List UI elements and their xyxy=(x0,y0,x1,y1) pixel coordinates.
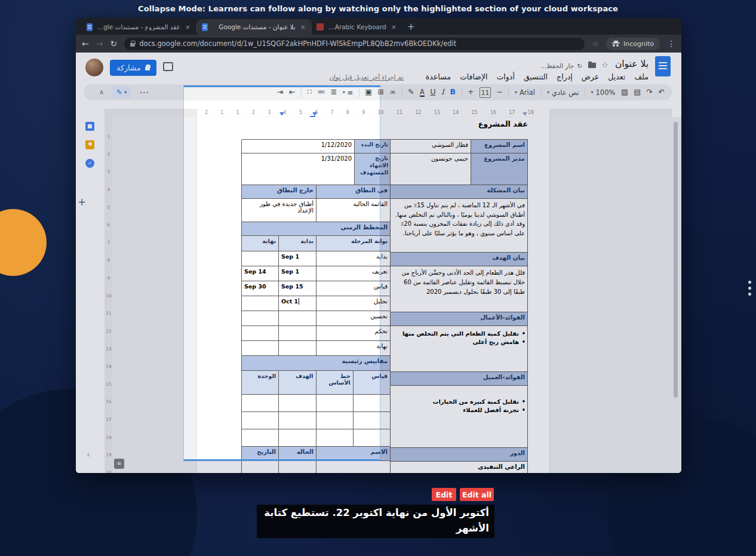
timeline-start-cell[interactable] xyxy=(278,341,316,356)
add-comment-icon[interactable]: ⊞ xyxy=(378,88,384,96)
url-omnibox[interactable]: docs.google.com/document/d/1w_U1SQGF2akH… xyxy=(124,38,585,50)
align-select[interactable]: ≡ ▾ xyxy=(343,88,354,97)
cell-stage-gate-header[interactable]: بوابة المرحلة xyxy=(316,236,390,251)
font-select[interactable]: Arial ▾ xyxy=(515,88,535,97)
edit-button[interactable]: Edit xyxy=(432,488,456,501)
drag-handle-dots[interactable] xyxy=(748,281,752,299)
numbered-list-icon[interactable]: ≔ xyxy=(318,88,325,96)
redo-icon[interactable]: ↷ xyxy=(647,88,653,96)
empty-role-cell[interactable] xyxy=(316,461,390,473)
cell-start-date-value[interactable]: 1/12/2020 xyxy=(241,140,354,153)
empty-metric-cell[interactable] xyxy=(278,429,315,447)
menu-file[interactable]: ملف xyxy=(634,72,649,81)
empty-metric-cell[interactable] xyxy=(316,412,353,429)
highlight-color-icon[interactable]: ✎ xyxy=(408,88,414,96)
cell-goal-text[interactable]: قلل هدر الطعام إلى الحد الأدنى وحسِّن ال… xyxy=(390,266,527,312)
bold-icon[interactable]: B xyxy=(450,88,456,96)
menu-format[interactable]: التنسيق xyxy=(524,72,548,81)
italic-icon[interactable]: I xyxy=(441,88,444,96)
share-button[interactable]: مشاركة xyxy=(110,60,156,76)
right-indent-marker[interactable] xyxy=(523,112,527,116)
timeline-end-cell[interactable] xyxy=(241,326,278,341)
reload-icon[interactable]: ↻ xyxy=(110,39,117,48)
menu-tools[interactable]: أدوات xyxy=(497,72,515,81)
timeline-start-cell-with-cursor[interactable]: Oct 1 xyxy=(278,296,316,311)
zoom-select[interactable]: 100% ▾ xyxy=(591,88,616,97)
timeline-end-cell[interactable]: Sep 30 xyxy=(241,281,278,296)
move-to-folder-icon[interactable] xyxy=(588,63,596,68)
open-comments-icon[interactable] xyxy=(163,62,173,71)
cell-timeline-header[interactable]: المخطط الزمني xyxy=(241,222,390,236)
google-docs-logo[interactable] xyxy=(655,56,671,76)
timeline-start-cell[interactable] xyxy=(278,311,316,326)
cell-status-col-header[interactable]: الحالة xyxy=(278,447,316,461)
line-spacing-icon[interactable]: ≣ xyxy=(331,88,337,96)
empty-role-cell[interactable] xyxy=(241,461,278,473)
paragraph-style-select[interactable]: نص عادي ▾ xyxy=(547,88,579,97)
empty-role-cell[interactable] xyxy=(278,461,316,473)
decrease-indent-icon[interactable]: ⇤ xyxy=(289,88,295,96)
cell-out-scope-header[interactable]: خارج النطاق xyxy=(241,185,316,199)
metrics-col-header[interactable]: قياس xyxy=(353,371,390,395)
metrics-col-header[interactable]: الهدف xyxy=(278,371,315,395)
tab-close-icon[interactable]: × xyxy=(184,23,192,31)
forward-icon[interactable]: → xyxy=(96,39,103,48)
timeline-stage-cell[interactable]: قياس xyxy=(316,281,390,296)
underline-icon[interactable]: U xyxy=(430,88,435,96)
collapse-panel-icon[interactable]: ‹ xyxy=(87,449,90,460)
cell-end-col-header[interactable]: نهاية xyxy=(241,236,278,251)
cell-end-date-label[interactable]: تاريخ الانتهاء المستهدف xyxy=(354,153,390,185)
star-document-icon[interactable]: ☆ xyxy=(601,60,609,69)
insert-image-icon[interactable]: ▣ xyxy=(365,88,372,96)
cell-benefits-customer[interactable]: تقليل كمية كبيرة من الخياراتتجربة أفضل ل… xyxy=(390,386,527,448)
cell-executive-sponsor[interactable]: الراعي التنفيذي xyxy=(390,462,527,473)
cell-benefits-customer-header[interactable]: الفوائد-العميل xyxy=(390,372,527,386)
timeline-end-cell[interactable] xyxy=(241,296,278,311)
cell-problem-text[interactable]: في الأشهر الـ 12 الماضية ، لم يتم تناول … xyxy=(390,199,527,253)
cell-in-scope-value[interactable]: القائمة الحالية xyxy=(316,199,390,222)
cell-project-name-label[interactable]: اسم المشروع xyxy=(471,140,527,153)
indent-marker[interactable] xyxy=(279,112,284,116)
empty-metric-cell[interactable] xyxy=(353,395,390,412)
menu-view[interactable]: عرض xyxy=(582,72,599,81)
keep-icon[interactable] xyxy=(85,140,94,149)
empty-metric-cell[interactable] xyxy=(316,429,353,447)
cell-start-date-label[interactable]: تاريخ البدء xyxy=(354,140,390,153)
browser-tab-arabic-keyboard[interactable]: Arabic Keyboard ™ العربية × xyxy=(312,19,402,35)
editing-mode-button[interactable]: ✎ ▾ xyxy=(112,86,131,99)
cell-end-date-value[interactable]: 1/31/2020 xyxy=(241,153,354,185)
insert-link-icon[interactable]: ∞ xyxy=(390,88,396,96)
cell-out-scope-value[interactable]: أطباق جديدة في طور الإعداد xyxy=(241,199,316,222)
back-icon[interactable]: ← xyxy=(82,39,89,48)
last-edit-link[interactable]: تم إجراء آخر تعديل قبل ثوان xyxy=(329,73,403,81)
timeline-stage-cell[interactable]: بداية xyxy=(316,251,390,266)
cell-date-col-header[interactable]: التاريخ xyxy=(241,447,278,461)
document-page[interactable]: عقد المشروع اسم المشروع قطار السوشي تاري… xyxy=(197,117,549,473)
browser-tab-untitled-active[interactable]: بلا عنوان - مستندات Google × xyxy=(197,19,312,35)
metrics-col-header[interactable]: خط الأساس xyxy=(316,371,353,395)
get-addons-icon[interactable]: + xyxy=(78,196,86,208)
vertical-scrollbar[interactable] xyxy=(674,122,678,398)
timeline-end-cell[interactable] xyxy=(241,251,278,266)
document-title-input[interactable]: بلا عنوان xyxy=(615,59,649,69)
print-icon[interactable]: ▤ xyxy=(634,88,641,96)
timeline-start-cell[interactable]: Sep 1 xyxy=(278,251,316,266)
empty-metric-cell[interactable] xyxy=(353,412,390,429)
tasks-icon[interactable]: ✓ xyxy=(85,159,94,168)
paint-format-icon[interactable]: ▨ xyxy=(621,88,628,96)
timeline-stage-cell[interactable]: تحكم xyxy=(316,326,390,341)
cell-benefits-business[interactable]: تقليل كمية الطعام التي يتم التخلص منهاها… xyxy=(390,326,527,372)
font-size-input[interactable]: 11 xyxy=(480,87,491,98)
timeline-start-cell[interactable] xyxy=(278,326,316,341)
new-tab-button[interactable]: + xyxy=(407,21,415,32)
browser-tab-project-charter[interactable]: عقد المشروع - مستندات Google × xyxy=(82,19,196,35)
timeline-end-cell[interactable] xyxy=(241,311,278,326)
timeline-stage-cell[interactable]: تعريف xyxy=(316,266,390,281)
timeline-end-cell[interactable]: Sep 14 xyxy=(241,266,278,281)
user-avatar[interactable] xyxy=(85,59,103,76)
collapse-toolbar-icon[interactable]: ∧ xyxy=(99,89,104,96)
cell-name-col-header[interactable]: الاسم xyxy=(316,447,390,461)
empty-metric-cell[interactable] xyxy=(316,395,353,412)
increase-font-size-icon[interactable]: + xyxy=(468,88,474,96)
cell-metrics-header[interactable]: مقاييس رئيسية xyxy=(241,356,390,371)
